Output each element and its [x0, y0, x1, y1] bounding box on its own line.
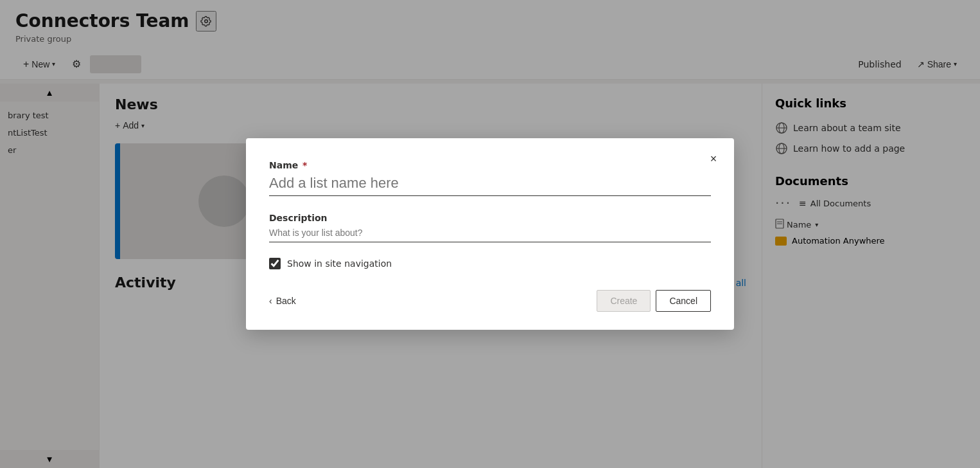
description-input[interactable] — [269, 224, 711, 242]
name-label: Name * — [269, 160, 307, 170]
show-navigation-row: Show in site navigation — [269, 258, 711, 269]
back-button[interactable]: ‹ Back — [269, 291, 296, 311]
create-list-modal: × Name * Description Show in site naviga… — [246, 138, 734, 330]
show-navigation-label[interactable]: Show in site navigation — [287, 258, 392, 269]
back-label: Back — [276, 296, 296, 306]
required-star: * — [299, 160, 307, 170]
cancel-button[interactable]: Cancel — [656, 290, 711, 312]
footer-buttons: Create Cancel — [597, 290, 711, 312]
show-navigation-checkbox[interactable] — [269, 258, 281, 269]
close-icon: × — [710, 152, 717, 166]
modal-overlay: × Name * Description Show in site naviga… — [0, 0, 980, 468]
modal-footer: ‹ Back Create Cancel — [269, 290, 711, 312]
create-button[interactable]: Create — [597, 290, 651, 312]
modal-close-button[interactable]: × — [703, 148, 724, 169]
name-input[interactable] — [269, 171, 711, 196]
description-label: Description — [269, 213, 328, 223]
back-chevron-icon: ‹ — [269, 296, 272, 306]
